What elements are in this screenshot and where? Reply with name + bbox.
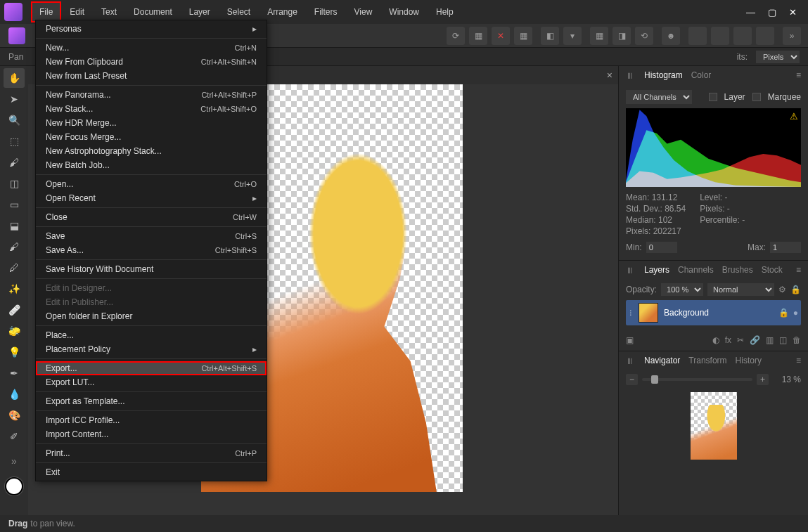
panel-grip-icon[interactable]: ⫼ bbox=[626, 265, 634, 275]
lock-icon[interactable]: 🔒 bbox=[790, 285, 801, 294]
menu-view[interactable]: View bbox=[346, 1, 381, 22]
mask-icon[interactable]: ▣ bbox=[626, 335, 634, 345]
menu-item-close[interactable]: CloseCtrl+W bbox=[36, 210, 267, 224]
navigator-preview[interactable] bbox=[691, 392, 737, 460]
fx-icon[interactable]: fx bbox=[725, 335, 731, 345]
menu-item-export-lut[interactable]: Export LUT... bbox=[36, 375, 267, 389]
menu-item-print[interactable]: Print...Ctrl+P bbox=[36, 446, 267, 460]
tools-overflow-icon[interactable]: » bbox=[4, 451, 25, 471]
tab-layers[interactable]: Layers bbox=[644, 265, 669, 275]
eraser-icon[interactable]: ◫ bbox=[4, 174, 25, 193]
menu-item-save-as[interactable]: Save As...Ctrl+Shift+S bbox=[36, 243, 267, 257]
pen-icon[interactable]: ✒ bbox=[4, 363, 25, 383]
menu-item-new-from-last-preset[interactable]: New from Last Preset bbox=[36, 69, 267, 83]
blur-icon[interactable]: 💧 bbox=[4, 384, 25, 404]
maximize-button[interactable]: ▢ bbox=[768, 7, 776, 18]
menu-item-open-recent[interactable]: Open Recent▸ bbox=[36, 191, 267, 205]
healing-icon[interactable]: 🩹 bbox=[4, 300, 25, 320]
units-select[interactable]: Pixels bbox=[756, 51, 800, 63]
persona-icon[interactable] bbox=[8, 27, 25, 44]
zoom-icon[interactable]: 🔍 bbox=[4, 110, 25, 130]
layer-row[interactable]: ⫶ Background 🔒 ● bbox=[626, 300, 801, 325]
toolbar-button-3[interactable]: ✕ bbox=[492, 27, 510, 45]
max-input[interactable] bbox=[770, 242, 801, 253]
menu-filters[interactable]: Filters bbox=[306, 1, 346, 22]
menu-item-new-focus-merge[interactable]: New Focus Merge... bbox=[36, 130, 267, 144]
menu-item-save-history-with-document[interactable]: Save History With Document bbox=[36, 262, 267, 276]
menu-item-open-folder-in-explorer[interactable]: Open folder in Explorer bbox=[36, 309, 267, 323]
toolbar-button-6[interactable]: ▦ bbox=[590, 27, 608, 45]
menu-item-new-batch-job[interactable]: New Batch Job... bbox=[36, 158, 267, 172]
hand-icon[interactable]: ✋ bbox=[4, 68, 25, 88]
menu-item-export[interactable]: Export...Ctrl+Alt+Shift+S bbox=[36, 361, 267, 375]
document-close-icon[interactable]: × bbox=[607, 70, 613, 81]
trash-icon[interactable]: 🗑 bbox=[793, 335, 801, 345]
toolbar-button-1[interactable]: ⟳ bbox=[447, 27, 465, 45]
menu-item-export-as-template[interactable]: Export as Template... bbox=[36, 394, 267, 408]
toolbar-button-11[interactable] bbox=[733, 27, 752, 45]
panel-menu-icon[interactable]: ≡ bbox=[796, 265, 801, 275]
toolbar-button-8[interactable]: ⟲ bbox=[635, 27, 653, 45]
zoom-out-button[interactable]: − bbox=[626, 374, 638, 385]
add-layer-icon[interactable]: ◫ bbox=[779, 335, 787, 345]
menu-item-place[interactable]: Place... bbox=[36, 328, 267, 342]
toolbar-dropdown-1[interactable]: ▾ bbox=[563, 27, 582, 45]
blend-mode-select[interactable]: Normal bbox=[707, 283, 774, 296]
tab-stock[interactable]: Stock bbox=[762, 265, 783, 275]
color-picker-icon[interactable]: ✐ bbox=[4, 427, 25, 446]
tab-navigator[interactable]: Navigator bbox=[644, 356, 680, 365]
opacity-select[interactable]: 100 % bbox=[661, 283, 703, 296]
flood-icon[interactable]: ⬓ bbox=[4, 216, 25, 235]
toolbar-button-2[interactable]: ▦ bbox=[469, 27, 487, 45]
menu-item-import-content[interactable]: Import Content... bbox=[36, 427, 267, 441]
crop-icon[interactable]: ✂ bbox=[737, 335, 744, 345]
toolbar-button-7[interactable]: ◨ bbox=[613, 27, 631, 45]
tab-history[interactable]: History bbox=[736, 356, 762, 365]
toolbar-button-9[interactable] bbox=[688, 27, 707, 45]
assistant-icon[interactable]: ☻ bbox=[662, 27, 680, 45]
layer-visible-icon[interactable]: ● bbox=[793, 308, 798, 318]
toolbar-button-10[interactable] bbox=[711, 27, 729, 45]
minimize-button[interactable]: — bbox=[746, 7, 755, 18]
gear-icon[interactable]: ⚙ bbox=[778, 285, 786, 294]
marquee-checkbox[interactable] bbox=[752, 93, 761, 101]
min-input[interactable] bbox=[646, 242, 677, 253]
effects-icon[interactable]: ✨ bbox=[4, 279, 25, 299]
menu-item-new-hdr-merge[interactable]: New HDR Merge... bbox=[36, 116, 267, 130]
menu-item-new[interactable]: New...Ctrl+N bbox=[36, 41, 267, 55]
light-icon[interactable]: 💡 bbox=[4, 342, 25, 362]
zoom-in-button[interactable]: + bbox=[757, 374, 769, 385]
layer-checkbox[interactable] bbox=[709, 93, 717, 101]
toolbar-button-4[interactable]: ▦ bbox=[514, 27, 532, 45]
paint-icon[interactable]: 🖌 bbox=[4, 237, 25, 257]
menu-item-new-from-clipboard[interactable]: New From ClipboardCtrl+Alt+Shift+N bbox=[36, 55, 267, 69]
arrow-icon[interactable]: ➤ bbox=[4, 89, 25, 109]
group-icon[interactable]: ▥ bbox=[766, 335, 774, 345]
menu-help[interactable]: Help bbox=[428, 1, 462, 22]
toolbar-button-5[interactable]: ◧ bbox=[541, 27, 559, 45]
layer-grip-icon[interactable]: ⫶ bbox=[629, 308, 633, 318]
channel-select[interactable]: All Channels bbox=[626, 90, 692, 104]
mixer-icon[interactable]: 🎨 bbox=[4, 406, 25, 425]
crop-icon[interactable]: ⬚ bbox=[4, 131, 25, 151]
tab-histogram[interactable]: Histogram bbox=[644, 70, 683, 80]
toolbar-overflow[interactable]: » bbox=[783, 27, 801, 45]
menu-item-placement-policy[interactable]: Placement Policy▸ bbox=[36, 342, 267, 356]
sponge-icon[interactable]: 🧽 bbox=[4, 321, 25, 341]
close-button[interactable]: ✕ bbox=[789, 7, 797, 18]
layer-lock-icon[interactable]: 🔒 bbox=[778, 308, 789, 318]
marquee-icon[interactable]: ▭ bbox=[4, 195, 25, 214]
menu-window[interactable]: Window bbox=[380, 1, 428, 22]
color-swatch[interactable] bbox=[5, 477, 23, 495]
panel-grip-icon[interactable]: ⫼ bbox=[626, 356, 634, 365]
panel-grip-icon[interactable]: ⫼ bbox=[626, 70, 634, 80]
toolbar-button-12[interactable] bbox=[756, 27, 774, 45]
menu-item-save[interactable]: SaveCtrl+S bbox=[36, 229, 267, 243]
brush-icon[interactable]: 🖌 bbox=[4, 153, 25, 172]
tab-channels[interactable]: Channels bbox=[678, 265, 714, 275]
paintbrush-icon[interactable]: 🖊 bbox=[4, 258, 25, 278]
menu-item-open[interactable]: Open...Ctrl+O bbox=[36, 177, 267, 191]
tab-brushes[interactable]: Brushes bbox=[722, 265, 753, 275]
adjustment-icon[interactable]: ◐ bbox=[712, 335, 719, 345]
link-icon[interactable]: 🔗 bbox=[750, 335, 760, 345]
